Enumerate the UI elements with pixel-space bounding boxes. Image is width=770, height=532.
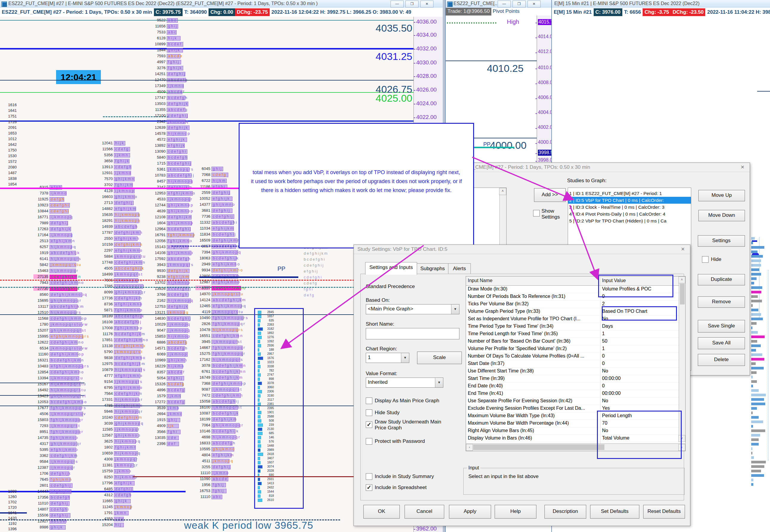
window2-titlebar[interactable]: ESZ22_FUT_CME[... — ❐ ✕ bbox=[446, 0, 552, 8]
scale-tick[interactable]: 3998.00 bbox=[538, 157, 552, 163]
input-row[interactable]: Volume Per Profile for 'Specified Volume… bbox=[466, 345, 685, 353]
protect-password-checkbox[interactable] bbox=[366, 438, 372, 445]
study-list-item[interactable]: 4 | ID:4 Pivot Points-Daily | 0 ms | Cal… bbox=[568, 211, 691, 217]
close-icon[interactable]: ✕ bbox=[421, 1, 434, 7]
volume-bar bbox=[751, 389, 759, 392]
input-row[interactable]: End Time (In:41)00:00:00 bbox=[466, 390, 685, 398]
reset-defaults-button[interactable]: Reset Defaults bbox=[643, 505, 685, 519]
input-row[interactable]: Start Date (In:37)0 bbox=[466, 360, 685, 368]
maximize-icon[interactable]: ❐ bbox=[513, 1, 526, 7]
input-row[interactable]: Use Separate Profile For Evening Session… bbox=[466, 397, 685, 405]
input-row[interactable]: Use Different Start Time (In:38)No bbox=[466, 367, 685, 375]
window1-titlebar[interactable]: ESZ22_FUT_CME[M] #27 | E-MINI S&P 500 FU… bbox=[0, 0, 445, 8]
dotted-column bbox=[759, 237, 760, 318]
scale-tick[interactable]: 4008.00 bbox=[538, 80, 552, 85]
based-on-label: Based On: bbox=[366, 297, 390, 303]
close-icon[interactable]: ✕ bbox=[528, 1, 541, 7]
study-list-item[interactable]: 3 | ID:3 Clock - RealTime | 0 ms | CalcO… bbox=[568, 204, 691, 211]
scale-tick[interactable]: 4000.00 bbox=[538, 140, 552, 145]
tab-subgraphs[interactable]: Subgraphs bbox=[417, 263, 449, 275]
save-single-button[interactable]: Save Single bbox=[698, 320, 745, 333]
based-on-dropdown[interactable]: <Main Price Graph>▼ bbox=[366, 304, 460, 314]
scale-tick[interactable]: 3962.00 bbox=[416, 525, 437, 532]
scale-tick[interactable]: 4014.00 bbox=[538, 34, 552, 39]
short-name-input[interactable] bbox=[366, 328, 460, 339]
study-list-item[interactable]: 1 | ID:1 ESZ22_FUT_CME[M] #27 - Period: … bbox=[568, 190, 691, 197]
display-as-main-checkbox[interactable] bbox=[366, 398, 372, 404]
protect-password-label: Protect with Password bbox=[375, 438, 425, 444]
tpo-chart-area[interactable]: 12:04:21 PP weak K period low 3965.75 40… bbox=[0, 17, 414, 532]
set-defaults-button[interactable]: Set Defaults bbox=[590, 505, 639, 519]
study-list-item[interactable]: 5 | ID:2 VbP for TPO Chart (Hidden) | 0 … bbox=[568, 217, 691, 224]
chevron-down-icon[interactable]: ▼ bbox=[451, 304, 459, 314]
scroll-up-icon[interactable]: ˄ bbox=[678, 276, 685, 283]
scale-tick[interactable]: 4006.00 bbox=[538, 95, 552, 100]
chevron-down-icon[interactable]: ▼ bbox=[401, 353, 409, 363]
input-row[interactable]: Number Of Days To Calculate Volume Profi… bbox=[466, 352, 685, 360]
value-format-dropdown[interactable]: Inherited▼ bbox=[366, 378, 443, 388]
input-name: End Date (In:40) bbox=[468, 383, 599, 389]
scale-tick[interactable]: 4012.00 bbox=[538, 49, 552, 54]
input-row[interactable]: Time Period Length for 'Fixed Time' (In:… bbox=[466, 330, 685, 338]
input-row[interactable]: Number of Bars for 'Based On Bar Count' … bbox=[466, 338, 685, 345]
close-icon[interactable]: ✕ bbox=[679, 246, 687, 253]
add-button[interactable]: Add >> bbox=[534, 188, 566, 202]
volume-bar bbox=[751, 479, 753, 481]
maximize-icon[interactable]: ❐ bbox=[406, 1, 419, 7]
input-row[interactable]: Start Time (In:39)00:00:00 bbox=[466, 375, 685, 383]
description-button[interactable]: Description bbox=[545, 505, 586, 519]
cancel-button[interactable]: Cancel bbox=[405, 505, 444, 519]
move-down-button[interactable]: Move Down bbox=[698, 210, 745, 221]
scale-tick[interactable]: 4015.75 bbox=[538, 19, 552, 25]
chart-region-dropdown[interactable]: 1▼ bbox=[366, 353, 409, 363]
delete-button[interactable]: Delete bbox=[698, 354, 745, 366]
tab-alerts[interactable]: Alerts bbox=[448, 263, 471, 275]
study-list-item[interactable]: 2 | ID:5 VbP for TPO Chart | 0 ms | Calc… bbox=[568, 197, 691, 204]
remove-button[interactable]: Remove bbox=[698, 296, 745, 308]
scale-tick[interactable]: 4030.00 bbox=[416, 59, 437, 66]
show-settings-checkbox[interactable] bbox=[533, 210, 540, 216]
ok-button[interactable]: OK bbox=[363, 505, 400, 519]
duplicate-button[interactable]: Duplicate bbox=[698, 274, 745, 285]
hide-study-checkbox[interactable] bbox=[366, 409, 372, 416]
volume-bar bbox=[751, 282, 754, 284]
help-button[interactable]: Help bbox=[495, 505, 537, 519]
scale-tick[interactable]: 4026.00 bbox=[416, 86, 437, 93]
scale-tick[interactable]: 4028.00 bbox=[416, 73, 437, 79]
tab-settings-and-inputs[interactable]: Settings and Inputs bbox=[365, 262, 417, 275]
scale-tick[interactable]: 4002.00 bbox=[538, 125, 552, 130]
apply-button[interactable]: Apply bbox=[449, 505, 491, 519]
scale-tick[interactable]: 4010.00 bbox=[538, 65, 552, 70]
minimize-icon[interactable]: — bbox=[391, 1, 404, 7]
input-row[interactable]: Time Period Type for 'Fixed Time' (In:34… bbox=[466, 323, 685, 330]
last-price: C: 3976.00 bbox=[594, 8, 622, 16]
window3-titlebar[interactable]: E[M] 15 Min #21 | E-MINI S&P 500 FUTURES… bbox=[552, 0, 770, 8]
scale-tick[interactable]: 4022.00 bbox=[416, 114, 437, 120]
volume-bar bbox=[751, 331, 758, 334]
scroll-up-icon[interactable]: ˄ bbox=[499, 188, 506, 195]
close-icon[interactable]: ✕ bbox=[738, 164, 747, 171]
save-all-button[interactable]: Save All bbox=[698, 337, 745, 349]
chevron-down-icon[interactable]: ▼ bbox=[435, 378, 443, 387]
move-up-button[interactable]: Move Up bbox=[698, 190, 745, 201]
draw-underneath-checkbox[interactable] bbox=[366, 421, 372, 428]
scale-tick[interactable]: 4024.00 bbox=[416, 100, 437, 107]
scale-tick[interactable]: 3998.50 bbox=[538, 150, 552, 156]
hide-checkbox[interactable] bbox=[702, 256, 709, 263]
study-settings-titlebar[interactable]: Study Settings: VbP for TPO Chart. ID:5 bbox=[354, 245, 690, 254]
input-row[interactable]: End Date (In:40)0 bbox=[466, 382, 685, 390]
scroll-thumb[interactable] bbox=[680, 284, 685, 304]
scale-tick[interactable]: 4036.00 bbox=[416, 18, 437, 25]
minimize-icon[interactable]: — bbox=[498, 1, 511, 7]
scale-button[interactable]: Scale bbox=[417, 352, 462, 364]
scale-tick[interactable]: 4034.00 bbox=[416, 32, 437, 38]
settings-button[interactable]: Settings bbox=[698, 235, 745, 247]
study-summary-checkbox[interactable] bbox=[366, 473, 372, 480]
scroll-left-icon[interactable]: ‹ bbox=[466, 444, 473, 451]
scale-tick[interactable]: 4032.00 bbox=[416, 45, 437, 52]
spreadsheet-checkbox[interactable] bbox=[366, 484, 372, 491]
drawn-highlight-rectangle[interactable] bbox=[254, 308, 304, 509]
scale-tick[interactable]: 4004.00 bbox=[538, 110, 552, 115]
scroll-thumb[interactable] bbox=[473, 444, 604, 450]
volume-bar bbox=[751, 470, 761, 472]
